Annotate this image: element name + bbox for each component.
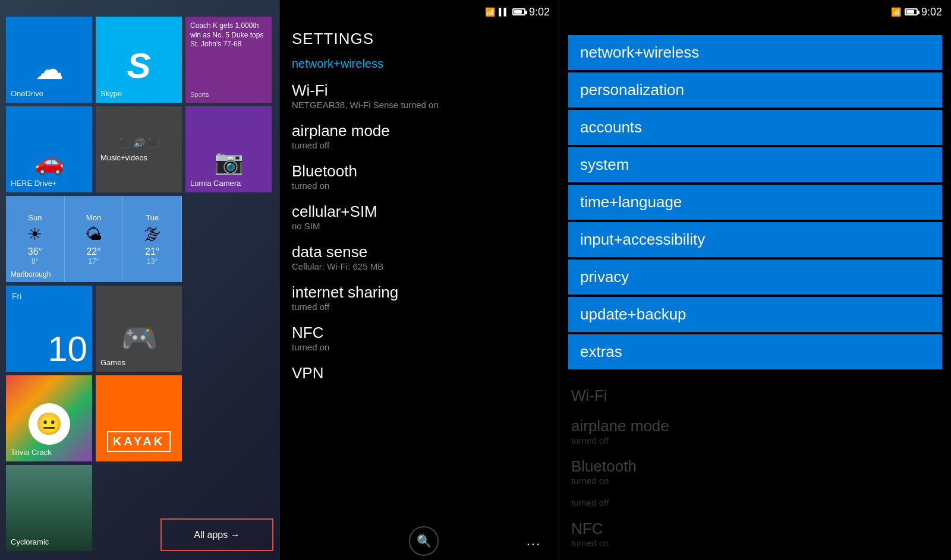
status-time: 9:02 — [529, 6, 550, 18]
tile-sports[interactable]: Coach K gets 1,000th win as No. 5 Duke t… — [185, 17, 272, 103]
camera-icon: 📷 — [214, 148, 244, 176]
settings-item-airplane[interactable]: airplane mode turned off — [280, 116, 559, 156]
tile-games-label: Games — [100, 358, 125, 367]
settings-section-label: network+wireless — [280, 51, 559, 75]
airplane-subtitle: turned off — [292, 140, 547, 150]
menu-item-accounts[interactable]: accounts — [568, 110, 942, 145]
tile-musicvideos-label: Music+videos — [100, 153, 147, 162]
menu-timelanguage-label: time+language — [580, 193, 682, 211]
triviacrack-face: 😐 — [29, 403, 70, 445]
weather-tue-icon: 🌫 — [144, 224, 160, 244]
menu-accessibility-label: input+accessibility — [580, 230, 705, 248]
battery-icon — [512, 8, 525, 15]
mv-icons-grid: ⬛ 🔊 ⬛ — [119, 137, 159, 148]
search-button[interactable]: 🔍 — [409, 526, 439, 556]
weather-mon-label: Mon — [86, 213, 101, 222]
weather-mon-high: 22° — [86, 246, 100, 257]
phone-status-bar: 📶 ▌▌ 9:02 — [280, 0, 559, 24]
search-icon: 🔍 — [417, 534, 432, 548]
weather-day-mon: Mon 🌤 22° 17° — [65, 196, 124, 282]
sports-tag: Sports — [190, 91, 209, 98]
bg-item-airplane: airplane mode turned off — [568, 411, 942, 451]
bg-airplane-sub: turned off — [571, 435, 939, 445]
bg-turnedoff2: turned off — [571, 498, 939, 508]
nfc-title: NFC — [292, 324, 547, 342]
menu-system-label: system — [580, 156, 629, 173]
settings-item-datasense[interactable]: data sense Cellular: Wi-Fi: 625 MB — [280, 237, 559, 277]
weather-day-tue: Tue 🌫 21° 13° — [123, 196, 182, 282]
menu-item-timelanguage[interactable]: time+language — [568, 185, 942, 220]
tile-row-3: Fri 10 🎮 Games — [6, 286, 273, 372]
calendar-day-label: Fri — [12, 292, 21, 301]
wifi-title: Wi-Fi — [292, 81, 547, 100]
tile-skype-label: Skype — [100, 89, 122, 98]
internetsharing-title: internet sharing — [292, 283, 547, 302]
weather-tue-low: 13° — [147, 257, 158, 265]
tile-row-weather: Sun ☀ 36° 8° Mon 🌤 22° 17° Tue 🌫 21° 13° — [6, 196, 273, 282]
all-apps-label: All apps → — [194, 530, 240, 540]
settings-item-internetsharing[interactable]: internet sharing turned off — [280, 277, 559, 318]
menu-item-network[interactable]: network+wireless — [568, 35, 942, 70]
tile-onedrive[interactable]: ☁ OneDrive — [6, 17, 92, 103]
tile-calendar[interactable]: Fri 10 — [6, 286, 92, 372]
menu-item-accessibility[interactable]: input+accessibility — [568, 222, 942, 257]
all-apps-button[interactable]: All apps → — [160, 518, 273, 551]
bg-item-nfc: NFC turned on — [568, 514, 942, 554]
settings-menu-list: network+wireless personalization account… — [559, 24, 951, 381]
background-settings: Wi-Fi airplane mode turned off Bluetooth… — [559, 381, 951, 560]
bg-item-bluetooth: Bluetooth turned on — [568, 451, 942, 492]
settings-item-vpn[interactable]: VPN — [280, 358, 559, 388]
tile-triviacrack[interactable]: 😐 Trivia Crack — [6, 375, 92, 461]
cellular-subtitle: no SIM — [292, 221, 547, 231]
tile-cycloramic[interactable]: Cycloramic — [6, 465, 92, 551]
tile-camera[interactable]: 📷 Lumia Camera — [185, 106, 272, 192]
right-status-time: 9:02 — [921, 6, 942, 18]
tile-musicvideos[interactable]: ⬛ 🔊 ⬛ Music+videos — [96, 106, 182, 192]
mv-icon-3: ⬛ — [147, 137, 159, 148]
menu-item-extras[interactable]: extras — [568, 334, 942, 369]
tile-triviacrack-label: Trivia Crack — [11, 448, 52, 457]
weather-tue-high: 21° — [145, 246, 159, 257]
menu-update-label: update+backup — [580, 305, 687, 323]
weather-sun-label: Sun — [28, 213, 42, 222]
settings-bottom-bar: 🔍 ... — [280, 521, 559, 560]
mv-icon-2: 🔊 — [133, 137, 145, 148]
tile-kayak[interactable]: KAYAK — [96, 375, 182, 461]
menu-item-update[interactable]: update+backup — [568, 297, 942, 332]
weather-tue-label: Tue — [146, 213, 159, 222]
calendar-date-number: 10 — [48, 331, 87, 367]
right-wifi-icon: 📶 — [891, 7, 901, 17]
tile-row-2: 🚗 HERE Drive+ ⬛ 🔊 ⬛ Music+videos 📷 Lumia… — [6, 106, 273, 192]
weather-sun-icon: ☀ — [27, 224, 42, 244]
menu-accounts-label: accounts — [580, 118, 642, 136]
settings-title: SETTINGS — [280, 24, 559, 51]
weather-location: Marlborough — [11, 270, 51, 279]
tile-cycloramic-label: Cycloramic — [11, 537, 49, 546]
right-status-icons: 📶 9:02 — [891, 6, 942, 18]
more-options-button[interactable]: ... — [527, 533, 541, 549]
tile-skype[interactable]: S Skype — [96, 17, 182, 103]
skype-icon: S — [127, 45, 150, 86]
menu-network-label: network+wireless — [580, 43, 699, 61]
menu-item-privacy[interactable]: privacy — [568, 260, 942, 295]
menu-item-personalization[interactable]: personalization — [568, 72, 942, 107]
settings-scroll[interactable]: network+wireless Wi-Fi NETGEAR38, Wi-Fi … — [280, 51, 559, 522]
nfc-subtitle: turned on — [292, 342, 547, 352]
settings-item-nfc[interactable]: NFC turned on — [280, 318, 559, 358]
tile-games[interactable]: 🎮 Games — [96, 286, 182, 372]
cellular-title: cellular+SIM — [292, 203, 547, 221]
vpn-title: VPN — [292, 364, 547, 382]
settings-item-wifi[interactable]: Wi-Fi NETGEAR38, Wi-Fi Sense turned on — [280, 75, 559, 116]
signal-icon: ▌▌ — [499, 8, 509, 16]
settings-panel: 📶 ▌▌ 9:02 SETTINGS network+wireless Wi-F… — [279, 0, 559, 560]
tile-herdrive[interactable]: 🚗 HERE Drive+ — [6, 106, 92, 192]
datasense-title: data sense — [292, 243, 547, 261]
bg-airplane: airplane mode — [571, 417, 939, 435]
settings-item-cellular[interactable]: cellular+SIM no SIM — [280, 197, 559, 237]
menu-item-system[interactable]: system — [568, 147, 942, 182]
settings-item-bluetooth[interactable]: Bluetooth turned on — [280, 156, 559, 197]
settings-menu-panel: 📶 9:02 network+wireless personalization … — [559, 0, 951, 560]
tile-row-4: 😐 Trivia Crack KAYAK — [6, 375, 273, 461]
bg-bluetooth-sub: turned on — [571, 476, 939, 486]
tile-weather[interactable]: Sun ☀ 36° 8° Mon 🌤 22° 17° Tue 🌫 21° 13° — [6, 196, 182, 282]
